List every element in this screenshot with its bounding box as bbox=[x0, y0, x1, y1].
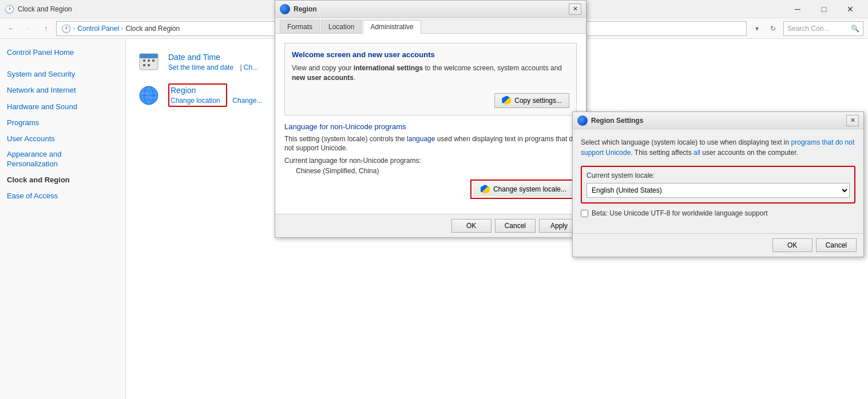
date-time-text: Date and Time Set the time and date | Ch… bbox=[168, 53, 263, 71]
region-icon bbox=[137, 84, 160, 107]
up-button[interactable]: ↑ bbox=[39, 22, 53, 35]
copy-settings-label: Copy settings... bbox=[514, 97, 562, 105]
svg-rect-3 bbox=[148, 59, 150, 62]
sidebar-item-programs[interactable]: Programs bbox=[0, 115, 125, 131]
rs-cancel-button[interactable]: Cancel bbox=[816, 238, 857, 252]
window-title: Clock and Region bbox=[18, 5, 72, 13]
date-time-icon bbox=[137, 50, 160, 73]
tab-administrative[interactable]: Administrative bbox=[363, 20, 421, 34]
rs-footer: OK Cancel bbox=[573, 233, 863, 257]
svg-rect-1 bbox=[140, 54, 158, 58]
rs-description: Select which language (system locale) to… bbox=[581, 137, 855, 158]
tab-location[interactable]: Location bbox=[321, 20, 362, 33]
region-text: Region Change location Change... bbox=[168, 83, 267, 107]
welcome-desc: View and copy your international setting… bbox=[292, 63, 569, 83]
search-placeholder: Search Con... bbox=[787, 25, 829, 33]
language-section: Language for non-Unicode programs This s… bbox=[284, 122, 577, 200]
language-title: Language for non-Unicode programs bbox=[284, 122, 577, 131]
region-highlight-box: Region Change location bbox=[168, 83, 227, 107]
path-clock-region: Clock and Region bbox=[125, 25, 180, 33]
region-dialog-tabs: Formats Location Administrative bbox=[275, 18, 586, 34]
copy-settings-button[interactable]: Copy settings... bbox=[494, 93, 569, 108]
path-control-panel[interactable]: Control Panel bbox=[77, 25, 119, 33]
beta-label: Beta: Use Unicode UTF-8 for worldwide la… bbox=[592, 209, 768, 217]
region-dialog-title: Region bbox=[294, 5, 317, 13]
svg-rect-2 bbox=[143, 59, 145, 62]
locale-select-wrapper: English (United States) Chinese (Simplif… bbox=[586, 183, 850, 198]
current-locale-label: Current system locale: bbox=[586, 171, 850, 179]
forward-button[interactable]: → bbox=[22, 22, 35, 35]
date-time-title[interactable]: Date and Time bbox=[168, 53, 263, 62]
sidebar-item-system-and-security[interactable]: System and Security bbox=[0, 66, 125, 82]
shield-icon bbox=[502, 96, 511, 105]
sidebar-item-ease-of-access[interactable]: Ease of Access bbox=[0, 188, 125, 204]
sidebar-item-hardware-and-sound[interactable]: Hardware and Sound bbox=[0, 99, 125, 115]
locale-select[interactable]: English (United States) Chinese (Simplif… bbox=[586, 183, 850, 198]
sidebar-item-network-and-internet[interactable]: Network and Internet bbox=[0, 82, 125, 98]
sidebar-item-control-panel-home[interactable]: Control Panel Home bbox=[0, 45, 125, 61]
back-button[interactable]: ← bbox=[5, 22, 18, 35]
change-locale-shield-icon bbox=[481, 185, 490, 194]
rs-close-button[interactable]: ✕ bbox=[846, 115, 859, 126]
sidebar-item-user-accounts[interactable]: User Accounts bbox=[0, 131, 125, 147]
current-lang-label: Current language for non-Unicode program… bbox=[284, 157, 577, 165]
change-time-link[interactable]: | Ch... bbox=[240, 63, 258, 71]
language-desc: This setting (system locale) controls th… bbox=[284, 134, 577, 154]
tab-formats[interactable]: Formats bbox=[280, 20, 320, 33]
welcome-title: Welcome screen and new user accounts bbox=[292, 50, 569, 59]
current-locale-section: Current system locale: English (United S… bbox=[581, 166, 855, 204]
current-lang-value: Chinese (Simplified, China) bbox=[284, 167, 577, 175]
region-dialog: Region ✕ Formats Location Administrative… bbox=[275, 0, 586, 238]
minimize-button[interactable]: ─ bbox=[784, 0, 811, 18]
region-settings-dialog: Region Settings ✕ Select which language … bbox=[572, 111, 864, 257]
change-location-link[interactable]: Change location bbox=[171, 97, 220, 105]
maximize-button[interactable]: □ bbox=[811, 0, 837, 18]
beta-checkbox[interactable] bbox=[581, 210, 588, 217]
sidebar-item-clock-and-region: Clock and Region bbox=[0, 172, 125, 188]
rs-title-bar: Region Settings ✕ bbox=[573, 112, 863, 129]
rs-title: Region Settings bbox=[591, 117, 643, 125]
dialog-globe-icon bbox=[280, 4, 290, 14]
svg-rect-4 bbox=[152, 59, 154, 62]
region-title[interactable]: Region bbox=[171, 86, 225, 95]
rs-body: Select which language (system locale) to… bbox=[573, 129, 863, 233]
sidebar: Control Panel Home System and Security N… bbox=[0, 39, 126, 399]
svg-rect-6 bbox=[148, 64, 150, 66]
close-button[interactable]: ✕ bbox=[837, 0, 863, 18]
region-dialog-close[interactable]: ✕ bbox=[569, 3, 581, 15]
svg-rect-5 bbox=[143, 64, 145, 66]
region-dialog-title-bar: Region ✕ bbox=[275, 1, 586, 18]
search-box[interactable]: Search Con... 🔍 bbox=[783, 21, 863, 36]
change-locale-label: Change system locale... bbox=[493, 185, 566, 193]
set-time-link[interactable]: Set the time and date bbox=[168, 63, 233, 71]
region-dialog-footer: OK Cancel Apply bbox=[275, 214, 586, 237]
welcome-section: Welcome screen and new user accounts Vie… bbox=[284, 43, 577, 115]
change-locale-red-border: Change system locale... bbox=[470, 179, 577, 199]
beta-row: Beta: Use Unicode UTF-8 for worldwide la… bbox=[581, 209, 855, 217]
refresh-button[interactable]: ↻ bbox=[766, 22, 780, 35]
region-cancel-button[interactable]: Cancel bbox=[495, 219, 536, 233]
search-icon: 🔍 bbox=[851, 25, 859, 33]
rs-globe-icon bbox=[577, 115, 588, 126]
dropdown-button[interactable]: ▾ bbox=[750, 22, 764, 35]
sidebar-item-appearance[interactable]: Appearance andPersonalization bbox=[0, 147, 125, 172]
window-controls: ─ □ ✕ bbox=[784, 0, 863, 18]
region-ok-button[interactable]: OK bbox=[451, 219, 492, 233]
change-formats-link[interactable]: Change... bbox=[232, 97, 262, 105]
rs-ok-button[interactable]: OK bbox=[772, 238, 812, 252]
change-system-locale-button[interactable]: Change system locale... bbox=[473, 182, 574, 197]
